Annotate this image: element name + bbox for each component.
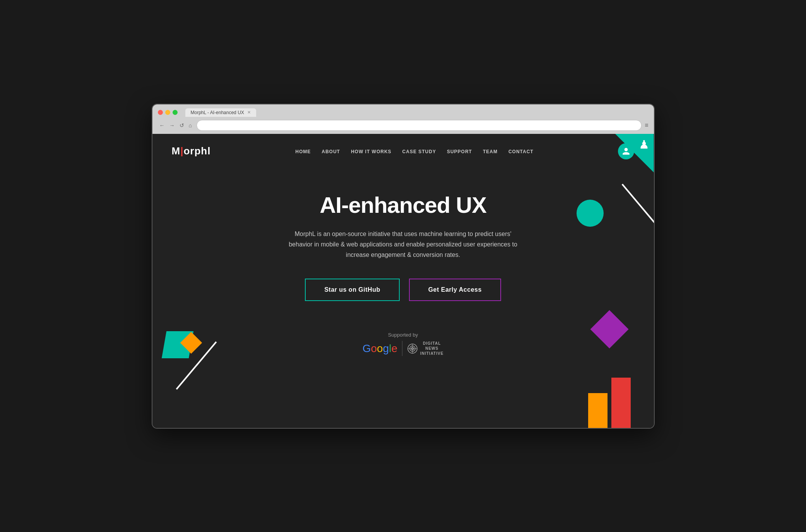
browser-frame: MorphL - AI-enhanced UX ✕ ← → ↺ ⌂ ≡ ♟ [152, 104, 655, 429]
early-access-button[interactable]: Get Early Access [409, 279, 501, 301]
logo-text: orphl [183, 145, 210, 157]
home-button[interactable]: ⌂ [187, 121, 193, 129]
forward-button[interactable]: → [168, 121, 176, 129]
logo-accent: | [180, 145, 183, 157]
hero-section: AI-enhanced UX MorphL is an open-source … [152, 169, 654, 372]
nav-support[interactable]: SUPPORT [447, 149, 472, 154]
website-content: ♟ M| orphl HOME ABOUT HOW IT WORKS CASE … [152, 134, 654, 428]
hero-description: MorphL is an open-source initiative that… [283, 229, 523, 260]
dni-text: DIGITAL NEWS INITIATIVE [420, 341, 443, 356]
nav-links: HOME ABOUT HOW IT WORKS CASE STUDY SUPPO… [295, 148, 533, 155]
dni-badge: DIGITAL NEWS INITIATIVE [402, 341, 443, 356]
nav-how-it-works[interactable]: HOW IT WORKS [351, 149, 392, 154]
supported-by-section: Supported by Google [363, 332, 444, 356]
nav-avatar-icon[interactable] [618, 143, 634, 159]
tab-title: MorphL - AI-enhanced UX [191, 110, 244, 115]
deco-red-bottom-right [611, 378, 631, 428]
browser-tabs: MorphL - AI-enhanced UX ✕ [185, 108, 256, 117]
nav-contact[interactable]: CONTACT [508, 149, 534, 154]
browser-titlebar: MorphL - AI-enhanced UX ✕ [158, 108, 649, 117]
traffic-light-yellow[interactable] [165, 110, 170, 115]
nav-case-study[interactable]: CASE STUDY [402, 149, 436, 154]
google-logo: Google [363, 342, 397, 355]
refresh-button[interactable]: ↺ [178, 121, 186, 129]
nav-team[interactable]: TEAM [483, 149, 498, 154]
nav-about[interactable]: ABOUT [322, 149, 340, 154]
dni-logo-icon [407, 343, 418, 354]
browser-toolbar: ← → ↺ ⌂ ≡ [158, 120, 649, 131]
logo-m: M| [172, 145, 184, 157]
hero-title: AI-enhanced UX [320, 192, 486, 218]
traffic-light-red[interactable] [158, 110, 163, 115]
address-bar[interactable] [197, 120, 642, 131]
browser-tab[interactable]: MorphL - AI-enhanced UX ✕ [185, 108, 256, 117]
traffic-light-green[interactable] [173, 110, 178, 115]
navbar: M| orphl HOME ABOUT HOW IT WORKS CASE ST… [152, 134, 654, 169]
deco-orange-bottom-right [588, 393, 607, 428]
supported-label: Supported by [363, 332, 444, 338]
browser-chrome: MorphL - AI-enhanced UX ✕ ← → ↺ ⌂ ≡ [152, 104, 654, 134]
nav-home[interactable]: HOME [295, 149, 311, 154]
back-button[interactable]: ← [158, 121, 166, 129]
tab-close-icon[interactable]: ✕ [247, 110, 251, 115]
hero-buttons: Star us on GitHub Get Early Access [305, 279, 501, 301]
github-button[interactable]: Star us on GitHub [305, 279, 400, 301]
traffic-lights [158, 110, 178, 115]
nav-buttons: ← → ↺ ⌂ [158, 121, 193, 129]
menu-button[interactable]: ≡ [645, 122, 648, 129]
logo: M| orphl [172, 145, 211, 157]
google-support: Google DIGITAL NEWS IN [363, 341, 444, 356]
